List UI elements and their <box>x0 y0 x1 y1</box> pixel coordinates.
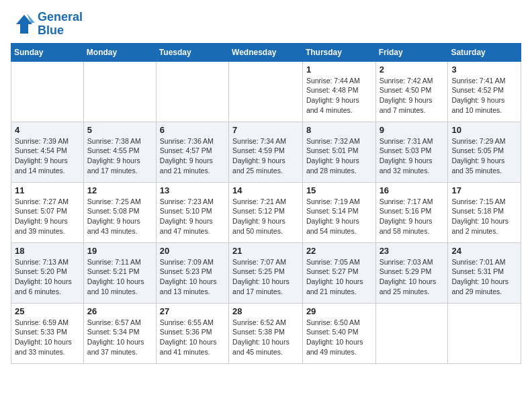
day-number: 19 <box>87 246 152 256</box>
calendar-cell: 15Sunrise: 7:19 AM Sunset: 5:14 PM Dayli… <box>302 182 375 242</box>
calendar-cell: 1Sunrise: 7:44 AM Sunset: 4:48 PM Daylig… <box>302 61 375 122</box>
day-of-week-header: Saturday <box>448 43 521 61</box>
day-info: Sunrise: 7:41 AM Sunset: 4:52 PM Dayligh… <box>451 76 517 116</box>
calendar-cell: 2Sunrise: 7:42 AM Sunset: 4:50 PM Daylig… <box>375 61 448 122</box>
calendar-cell: 20Sunrise: 7:09 AM Sunset: 5:23 PM Dayli… <box>156 242 228 303</box>
calendar-cell: 25Sunrise: 6:59 AM Sunset: 5:33 PM Dayli… <box>11 303 84 363</box>
day-info: Sunrise: 7:27 AM Sunset: 5:07 PM Dayligh… <box>15 197 80 236</box>
day-of-week-header: Friday <box>375 43 448 61</box>
day-info: Sunrise: 7:07 AM Sunset: 5:25 PM Dayligh… <box>232 257 299 297</box>
day-number: 22 <box>306 246 372 256</box>
day-number: 7 <box>232 125 299 135</box>
day-of-week-header: Sunday <box>11 43 84 61</box>
day-info: Sunrise: 7:44 AM Sunset: 4:48 PM Dayligh… <box>306 76 372 116</box>
day-number: 8 <box>306 125 372 135</box>
day-info: Sunrise: 6:55 AM Sunset: 5:36 PM Dayligh… <box>160 318 225 357</box>
day-info: Sunrise: 7:01 AM Sunset: 5:31 PM Dayligh… <box>451 257 517 297</box>
day-number: 29 <box>306 306 372 316</box>
calendar-cell: 23Sunrise: 7:03 AM Sunset: 5:29 PM Dayli… <box>375 242 448 303</box>
day-number: 13 <box>160 185 225 195</box>
day-number: 14 <box>232 185 299 195</box>
day-of-week-header: Wednesday <box>229 43 303 61</box>
calendar-cell: 17Sunrise: 7:15 AM Sunset: 5:18 PM Dayli… <box>448 182 521 242</box>
logo: General Blue <box>11 11 83 38</box>
day-info: Sunrise: 7:05 AM Sunset: 5:27 PM Dayligh… <box>306 257 372 297</box>
day-info: Sunrise: 6:57 AM Sunset: 5:34 PM Dayligh… <box>87 318 152 357</box>
day-number: 1 <box>306 64 372 75</box>
calendar-cell: 4Sunrise: 7:39 AM Sunset: 4:54 PM Daylig… <box>11 122 84 182</box>
day-info: Sunrise: 7:31 AM Sunset: 5:03 PM Dayligh… <box>380 136 445 176</box>
day-info: Sunrise: 7:19 AM Sunset: 5:14 PM Dayligh… <box>306 197 372 236</box>
day-number: 10 <box>451 125 517 135</box>
day-number: 25 <box>15 306 80 316</box>
calendar-cell: 8Sunrise: 7:32 AM Sunset: 5:01 PM Daylig… <box>302 122 375 182</box>
calendar-cell: 21Sunrise: 7:07 AM Sunset: 5:25 PM Dayli… <box>229 242 303 303</box>
calendar-cell <box>448 303 521 363</box>
calendar-cell: 22Sunrise: 7:05 AM Sunset: 5:27 PM Dayli… <box>302 242 375 303</box>
calendar-week-row: 11Sunrise: 7:27 AM Sunset: 5:07 PM Dayli… <box>11 182 521 242</box>
calendar-cell: 6Sunrise: 7:36 AM Sunset: 4:57 PM Daylig… <box>156 122 228 182</box>
calendar-cell: 28Sunrise: 6:52 AM Sunset: 5:38 PM Dayli… <box>229 303 303 363</box>
calendar-header-row: SundayMondayTuesdayWednesdayThursdayFrid… <box>11 43 521 61</box>
day-info: Sunrise: 7:15 AM Sunset: 5:18 PM Dayligh… <box>451 197 517 236</box>
calendar-cell: 24Sunrise: 7:01 AM Sunset: 5:31 PM Dayli… <box>448 242 521 303</box>
logo-icon <box>11 12 35 36</box>
day-info: Sunrise: 7:39 AM Sunset: 4:54 PM Dayligh… <box>15 136 80 176</box>
calendar-week-row: 18Sunrise: 7:13 AM Sunset: 5:20 PM Dayli… <box>11 242 521 303</box>
day-info: Sunrise: 7:09 AM Sunset: 5:23 PM Dayligh… <box>160 257 225 297</box>
calendar-cell: 11Sunrise: 7:27 AM Sunset: 5:07 PM Dayli… <box>11 182 84 242</box>
calendar-week-row: 1Sunrise: 7:44 AM Sunset: 4:48 PM Daylig… <box>11 61 521 122</box>
day-of-week-header: Monday <box>83 43 156 61</box>
calendar-cell <box>83 61 156 122</box>
day-number: 21 <box>232 246 299 256</box>
calendar-cell: 5Sunrise: 7:38 AM Sunset: 4:55 PM Daylig… <box>83 122 156 182</box>
day-of-week-header: Thursday <box>302 43 375 61</box>
day-info: Sunrise: 7:11 AM Sunset: 5:21 PM Dayligh… <box>87 257 152 297</box>
day-number: 4 <box>15 125 80 135</box>
calendar-cell: 19Sunrise: 7:11 AM Sunset: 5:21 PM Dayli… <box>83 242 156 303</box>
calendar-cell: 10Sunrise: 7:29 AM Sunset: 5:05 PM Dayli… <box>448 122 521 182</box>
day-number: 18 <box>15 246 80 256</box>
calendar-cell: 29Sunrise: 6:50 AM Sunset: 5:40 PM Dayli… <box>302 303 375 363</box>
page-header: General Blue <box>11 11 521 38</box>
calendar-cell: 9Sunrise: 7:31 AM Sunset: 5:03 PM Daylig… <box>375 122 448 182</box>
calendar-cell: 14Sunrise: 7:21 AM Sunset: 5:12 PM Dayli… <box>229 182 303 242</box>
day-number: 6 <box>160 125 225 135</box>
day-info: Sunrise: 6:50 AM Sunset: 5:40 PM Dayligh… <box>306 318 372 357</box>
day-number: 2 <box>380 64 445 75</box>
day-number: 28 <box>232 306 299 316</box>
calendar-table: SundayMondayTuesdayWednesdayThursdayFrid… <box>11 43 521 364</box>
calendar-week-row: 25Sunrise: 6:59 AM Sunset: 5:33 PM Dayli… <box>11 303 521 363</box>
day-number: 17 <box>451 185 517 195</box>
calendar-cell: 18Sunrise: 7:13 AM Sunset: 5:20 PM Dayli… <box>11 242 84 303</box>
calendar-cell: 27Sunrise: 6:55 AM Sunset: 5:36 PM Dayli… <box>156 303 228 363</box>
day-of-week-header: Tuesday <box>156 43 228 61</box>
day-info: Sunrise: 7:34 AM Sunset: 4:59 PM Dayligh… <box>232 136 299 176</box>
day-number: 5 <box>87 125 152 135</box>
calendar-cell: 13Sunrise: 7:23 AM Sunset: 5:10 PM Dayli… <box>156 182 228 242</box>
calendar-cell: 7Sunrise: 7:34 AM Sunset: 4:59 PM Daylig… <box>229 122 303 182</box>
day-info: Sunrise: 6:52 AM Sunset: 5:38 PM Dayligh… <box>232 318 299 357</box>
day-number: 12 <box>87 185 152 195</box>
calendar-cell <box>156 61 228 122</box>
logo-text: General Blue <box>38 11 83 38</box>
day-info: Sunrise: 7:36 AM Sunset: 4:57 PM Dayligh… <box>160 136 225 176</box>
day-info: Sunrise: 6:59 AM Sunset: 5:33 PM Dayligh… <box>15 318 80 357</box>
day-number: 23 <box>380 246 445 256</box>
calendar-cell: 12Sunrise: 7:25 AM Sunset: 5:08 PM Dayli… <box>83 182 156 242</box>
day-info: Sunrise: 7:42 AM Sunset: 4:50 PM Dayligh… <box>380 76 445 116</box>
day-info: Sunrise: 7:03 AM Sunset: 5:29 PM Dayligh… <box>380 257 445 297</box>
day-info: Sunrise: 7:13 AM Sunset: 5:20 PM Dayligh… <box>15 257 80 297</box>
day-number: 20 <box>160 246 225 256</box>
calendar-cell: 26Sunrise: 6:57 AM Sunset: 5:34 PM Dayli… <box>83 303 156 363</box>
day-info: Sunrise: 7:17 AM Sunset: 5:16 PM Dayligh… <box>380 197 445 236</box>
day-info: Sunrise: 7:23 AM Sunset: 5:10 PM Dayligh… <box>160 197 225 236</box>
day-number: 24 <box>451 246 517 256</box>
calendar-cell: 16Sunrise: 7:17 AM Sunset: 5:16 PM Dayli… <box>375 182 448 242</box>
day-number: 9 <box>380 125 445 135</box>
day-info: Sunrise: 7:32 AM Sunset: 5:01 PM Dayligh… <box>306 136 372 176</box>
calendar-cell <box>11 61 84 122</box>
day-info: Sunrise: 7:25 AM Sunset: 5:08 PM Dayligh… <box>87 197 152 236</box>
day-number: 26 <box>87 306 152 316</box>
calendar-cell <box>229 61 303 122</box>
